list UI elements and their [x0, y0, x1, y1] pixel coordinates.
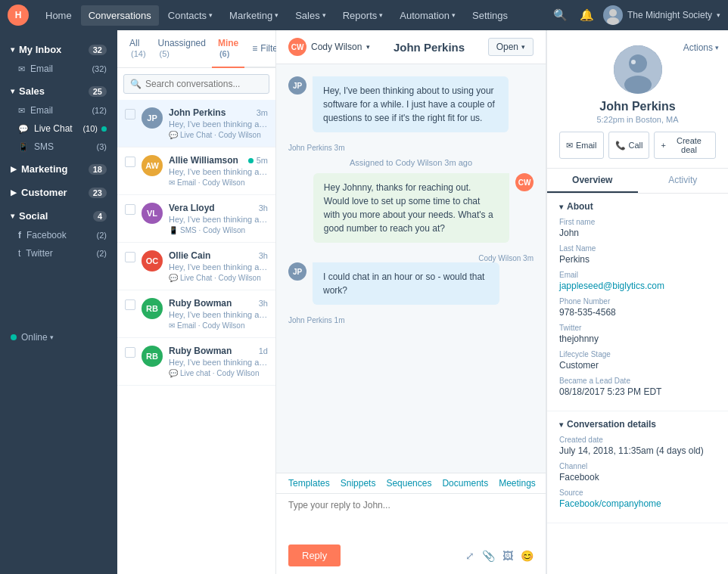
marketing-caret-icon: ▶ — [11, 165, 17, 173]
nav-sales[interactable]: Sales ▾ — [288, 5, 334, 26]
field-email: Email jappleseed@biglytics.com — [559, 271, 716, 291]
conv-item-ollie-cain[interactable]: OC Ollie Cain 3h Hey, I've been thinking… — [117, 243, 275, 290]
twitter-value: thejohnny — [559, 334, 716, 344]
image-icon[interactable]: 🖼 — [502, 550, 513, 562]
reply-button[interactable]: Reply — [288, 545, 341, 566]
conv-content: John Perkins 3m Hey, I've been thinking … — [169, 107, 268, 139]
phone-label: Phone Number — [559, 297, 716, 306]
online-status-dot — [11, 334, 17, 340]
conv-item-ruby-bowman-1[interactable]: RB Ruby Bowman 3h Hey, I've been thinkin… — [117, 290, 275, 338]
nav-marketing[interactable]: Marketing ▾ — [222, 5, 286, 26]
nav-reports[interactable]: Reports ▾ — [335, 5, 391, 26]
facebook-label: Facebook — [26, 230, 67, 240]
sales-caret-icon: ▾ — [11, 87, 14, 95]
email-action-btn[interactable]: ✉ Email — [559, 132, 604, 159]
twitter-label: Twitter — [559, 324, 716, 332]
myinbox-caret-icon: ▾ — [11, 45, 14, 54]
status-button[interactable]: Open ▾ — [488, 38, 534, 56]
search-icon[interactable]: 🔍 — [550, 5, 571, 25]
sidebar-item-facebook[interactable]: f Facebook (2) — [0, 226, 117, 244]
source-value[interactable]: Facebook/companyhome — [559, 498, 716, 509]
source-label: Source — [559, 489, 716, 497]
conv-checkbox[interactable] — [125, 109, 135, 119]
sidebar-myinbox-header[interactable]: ▾ My Inbox 32 — [0, 39, 117, 60]
sidebar-item-sales-email[interactable]: ✉ Email (12) — [0, 101, 117, 119]
conv-item-vera-lloyd[interactable]: VL Vera Lloyd 3h Hey, I've been thinking… — [117, 195, 275, 243]
msg-meta: Cody Wilson 3m — [478, 254, 534, 262]
assignee-name[interactable]: Cody Wilson — [311, 42, 362, 52]
livechat-count: (10) — [82, 124, 98, 133]
notifications-icon[interactable]: 🔔 — [577, 5, 597, 25]
field-lastname: Last Name Perkins — [559, 244, 716, 265]
expand-icon[interactable]: ⤢ — [465, 550, 474, 562]
create-deal-btn[interactable]: + Create deal — [654, 132, 716, 159]
call-action-btn[interactable]: 📞 Call — [608, 132, 650, 159]
tab-mine[interactable]: Mine (6) — [212, 30, 244, 68]
contact-avatar — [614, 45, 662, 94]
sidebar-marketing-header[interactable]: ▶ Marketing 18 — [0, 159, 117, 179]
lifecycle-label: Lifecycle Stage — [559, 350, 716, 358]
sidebar-item-sms[interactable]: 📱 SMS (3) — [0, 138, 117, 156]
emoji-icon[interactable]: 😊 — [521, 550, 534, 562]
search-icon: 🔍 — [130, 79, 142, 89]
sidebar-sales-header[interactable]: ▾ Sales 25 — [0, 81, 117, 101]
sequences-btn[interactable]: Sequences — [386, 478, 431, 489]
channel-value: Facebook — [559, 472, 716, 482]
conv-checkbox[interactable] — [125, 299, 135, 310]
conv-checkbox[interactable] — [125, 204, 135, 215]
avatar: AW — [142, 155, 163, 176]
avatar: RB — [142, 346, 163, 367]
about-section: ▾ About First name John Last Name Perkin… — [547, 194, 728, 411]
conv-checkbox[interactable] — [125, 157, 135, 167]
hubspot-logo[interactable]: H — [8, 5, 29, 26]
conv-checkbox[interactable] — [125, 252, 135, 262]
tab-overview[interactable]: Overview — [547, 169, 638, 193]
conv-time: 3h — [259, 203, 268, 213]
conv-item-ruby-bowman-2[interactable]: RB Ruby Bowman 1d Hey, I've been thinkin… — [117, 338, 275, 386]
actions-button[interactable]: Actions ▾ — [683, 42, 719, 53]
snippets-btn[interactable]: Snippets — [341, 478, 376, 489]
online-chevron-icon: ▾ — [50, 334, 54, 341]
lead-date-label: Became a Lead Date — [559, 377, 716, 385]
svg-point-0 — [609, 9, 617, 17]
templates-btn[interactable]: Templates — [288, 478, 330, 489]
tab-all[interactable]: All (14) — [123, 30, 152, 68]
nav-conversations[interactable]: Conversations — [81, 5, 159, 26]
sidebar-social-header[interactable]: ▾ Social 4 — [0, 206, 117, 226]
conv-checkbox[interactable] — [125, 347, 135, 358]
about-section-header[interactable]: ▾ About — [559, 201, 716, 212]
nav-settings[interactable]: Settings — [465, 5, 515, 26]
user-menu[interactable]: The Midnight Society ▾ — [603, 5, 720, 25]
nav-automation[interactable]: Automation ▾ — [392, 5, 463, 26]
conv-details-header[interactable]: ▾ Conversation details — [559, 419, 716, 430]
attachment-icon[interactable]: 📎 — [482, 550, 495, 562]
sidebar-item-email-inbox[interactable]: ✉ Email (32) — [0, 60, 117, 78]
conversation-panel: CW Cody Wilson ▾ John Perkins Open ▾ JP … — [276, 30, 546, 574]
tab-unassigned[interactable]: Unassigned (5) — [152, 30, 212, 68]
msg-meta: John Perkins 1m — [288, 316, 344, 324]
status-label: Open — [496, 42, 518, 52]
sidebar-item-livechat[interactable]: 💬 Live Chat (10) — [0, 119, 117, 138]
filter-icon: ≡ — [252, 43, 257, 54]
sidebar-item-twitter[interactable]: t Twitter (2) — [0, 244, 117, 262]
meetings-btn[interactable]: Meetings — [499, 478, 536, 489]
tab-activity[interactable]: Activity — [638, 169, 729, 193]
nav-home[interactable]: Home — [38, 5, 79, 26]
email-value[interactable]: jappleseed@biglytics.com — [559, 281, 716, 291]
actions-label: Actions — [683, 42, 713, 53]
conv-details-caret-icon: ▾ — [559, 420, 563, 429]
conv-channel: 📱 SMS · Cody Wilson — [169, 226, 268, 234]
msg-row: CW Hey Johnny, thanks for reaching out. … — [288, 173, 534, 252]
conv-item-allie-williamson[interactable]: AW Allie Williamson 5m Hey, I've been th… — [117, 147, 275, 195]
search-input[interactable] — [145, 79, 263, 89]
sales-email-icon: ✉ — [18, 106, 25, 116]
sidebar-customer-header[interactable]: ▶ Customer 23 — [0, 182, 117, 203]
conv-item-john-perkins[interactable]: JP John Perkins 3m Hey, I've been thinki… — [117, 100, 275, 147]
reply-input[interactable] — [288, 500, 534, 530]
conv-name: Allie Williamson — [169, 155, 238, 166]
deal-btn-label: Create deal — [669, 136, 709, 154]
conv-header: CW Cody Wilson ▾ John Perkins Open ▾ — [276, 30, 546, 64]
documents-btn[interactable]: Documents — [442, 478, 488, 489]
nav-contacts[interactable]: Contacts ▾ — [160, 5, 220, 26]
online-status[interactable]: Online ▾ — [0, 326, 117, 349]
